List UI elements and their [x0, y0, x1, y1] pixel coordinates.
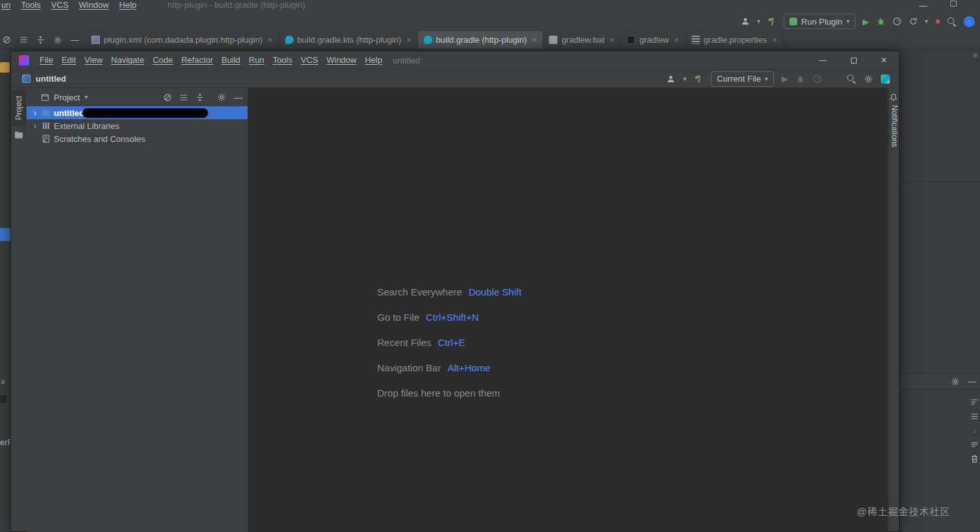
- editor-empty-area[interactable]: Search Everywhere Double Shift Go to Fil…: [248, 88, 889, 532]
- minimize-button[interactable]: —: [819, 56, 827, 64]
- plugin-icon: [789, 17, 797, 25]
- run-configuration-select[interactable]: Current File ▾: [711, 71, 774, 87]
- debug-button-disabled[interactable]: [796, 75, 805, 84]
- run-configuration-select[interactable]: Run Plugin ▾: [784, 14, 856, 29]
- menu-item-code[interactable]: Code: [152, 55, 174, 65]
- tree-item-external-libraries[interactable]: › External Libraries: [27, 119, 248, 132]
- left-tool-stripe: Project: [11, 88, 27, 532]
- tree-item-scratches[interactable]: Scratches and Consoles: [27, 132, 248, 145]
- collapse-all-icon[interactable]: [36, 36, 45, 44]
- close-button[interactable]: ×: [881, 55, 887, 65]
- editor-tab[interactable]: gradle.properties ×: [686, 31, 784, 49]
- chevron-down-icon[interactable]: ▾: [683, 76, 686, 82]
- folder-icon[interactable]: [14, 131, 23, 139]
- chevron-right-icon[interactable]: ›: [32, 108, 38, 117]
- chevron-down-icon[interactable]: ▾: [84, 94, 88, 100]
- editor-tab[interactable]: gradlew ×: [621, 31, 685, 49]
- gear-icon[interactable]: [217, 93, 226, 102]
- menu-item-tools[interactable]: Tools: [272, 55, 294, 65]
- inner-run-toolbar: ▾ Current File ▾ ▶: [666, 69, 890, 88]
- maximize-button[interactable]: [851, 58, 857, 64]
- hide-panel-icon[interactable]: —: [71, 36, 79, 44]
- chevron-right-icon[interactable]: ›: [32, 121, 38, 130]
- soft-wrap-icon[interactable]: [970, 398, 979, 406]
- menu-item-file[interactable]: File: [38, 55, 54, 65]
- editor-tab[interactable]: plugin.xml (com.dadada.plugin.http-plugi…: [86, 31, 279, 49]
- gear-icon[interactable]: [53, 36, 62, 45]
- editor-tab[interactable]: gradlew.bat ×: [543, 31, 621, 49]
- menu-item-build[interactable]: Build: [220, 55, 242, 65]
- hint-label: Search Everywhere: [377, 286, 462, 297]
- lines-icon[interactable]: [970, 412, 979, 421]
- double-chevron-icon[interactable]: »: [0, 380, 8, 384]
- menu-item-navigate[interactable]: Navigate: [110, 55, 145, 65]
- maximize-button[interactable]: [950, 1, 957, 6]
- search-icon[interactable]: [947, 17, 957, 27]
- build-hammer-icon[interactable]: [694, 75, 703, 84]
- menu-item-window[interactable]: Window: [325, 55, 358, 65]
- collapse-all-icon[interactable]: [196, 93, 204, 102]
- menu-item-help[interactable]: Help: [364, 55, 384, 65]
- menu-item-help[interactable]: Help: [119, 0, 137, 10]
- settings-gear-icon[interactable]: [864, 75, 873, 84]
- user-icon[interactable]: [741, 17, 750, 26]
- scrollbar-thumb[interactable]: [973, 53, 977, 58]
- outer-window-title: http-plugin - build.gradle (http-plugin): [168, 0, 305, 10]
- build-hammer-icon[interactable]: [767, 17, 776, 26]
- scroll-to-end-icon[interactable]: ↓: [973, 426, 977, 434]
- search-icon[interactable]: [846, 74, 856, 84]
- user-icon[interactable]: [666, 75, 675, 84]
- gear-icon[interactable]: [951, 377, 960, 386]
- breadcrumb[interactable]: untitled: [22, 74, 66, 84]
- close-icon[interactable]: ×: [772, 35, 777, 45]
- tool-window-button-notifications[interactable]: Notifications: [890, 105, 899, 147]
- locate-icon[interactable]: [3, 36, 11, 44]
- folder-icon: [41, 109, 51, 117]
- menu-item-run[interactable]: Run: [248, 55, 266, 65]
- chevron-down-icon[interactable]: ▾: [757, 18, 760, 25]
- plugin-colored-icon[interactable]: [881, 75, 890, 84]
- profiler-button[interactable]: [892, 17, 902, 26]
- editor-tab-active[interactable]: build.gradle (http-plugin) ×: [418, 31, 544, 49]
- library-icon: [41, 121, 51, 130]
- close-icon[interactable]: ×: [268, 35, 273, 45]
- trash-icon[interactable]: [970, 454, 979, 463]
- expand-all-icon[interactable]: [19, 36, 28, 44]
- expand-all-icon[interactable]: [180, 93, 188, 102]
- stop-button[interactable]: ■: [935, 17, 940, 25]
- print-icon[interactable]: [970, 440, 979, 448]
- menu-item-edit[interactable]: Edit: [60, 55, 77, 65]
- bell-icon[interactable]: [889, 93, 898, 102]
- hint-go-to-file: Go to File Ctrl+Shift+N: [377, 305, 522, 330]
- hide-panel-icon[interactable]: —: [968, 377, 976, 386]
- tool-window-button-project[interactable]: Project: [12, 90, 26, 126]
- breadcrumb-project[interactable]: untitled: [36, 74, 66, 84]
- close-icon[interactable]: ×: [610, 35, 615, 45]
- menu-item-vcs[interactable]: VCS: [51, 0, 69, 10]
- close-icon[interactable]: ×: [406, 35, 412, 45]
- locate-icon[interactable]: [163, 93, 172, 102]
- hint-shortcut: Alt+Home: [447, 362, 490, 373]
- menu-item-vcs[interactable]: VCS: [299, 55, 320, 65]
- close-icon[interactable]: ×: [532, 35, 537, 45]
- debug-button[interactable]: [876, 17, 885, 26]
- tree-item-label: External Libraries: [54, 121, 119, 131]
- close-icon[interactable]: ×: [674, 35, 679, 45]
- panel-title[interactable]: Project: [54, 93, 80, 102]
- updates-icon[interactable]: ↑: [964, 16, 975, 27]
- hide-panel-icon[interactable]: —: [234, 93, 242, 102]
- run-button-disabled[interactable]: ▶: [782, 75, 788, 83]
- menu-item-refactor[interactable]: Refactor: [180, 55, 215, 65]
- tree-item-untitled[interactable]: › untitled: [27, 106, 248, 119]
- menu-item-tools[interactable]: Tools: [21, 0, 40, 10]
- chevron-down-icon[interactable]: ▾: [925, 18, 928, 25]
- menu-item-view[interactable]: View: [83, 55, 104, 65]
- profiler-button-disabled[interactable]: [813, 75, 822, 84]
- run-button[interactable]: ▶: [863, 17, 869, 26]
- menu-item-run-clipped[interactable]: un: [1, 0, 10, 10]
- minimize-button[interactable]: —: [919, 1, 928, 10]
- menu-item-window[interactable]: Window: [79, 0, 109, 10]
- rerun-button[interactable]: [909, 17, 918, 26]
- editor-tab[interactable]: build.gradle.kts (http-plugin) ×: [279, 31, 418, 49]
- tool-stripe-label: Project: [14, 96, 23, 120]
